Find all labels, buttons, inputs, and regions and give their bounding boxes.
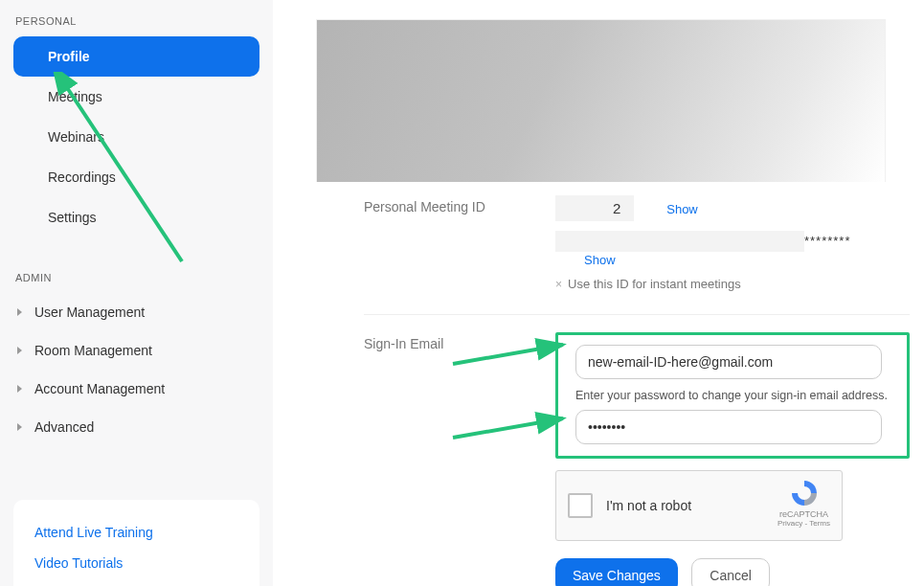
sidebar-item-advanced[interactable]: Advanced xyxy=(0,408,273,446)
sidebar-item-webinars[interactable]: Webinars xyxy=(13,117,259,157)
pmi-asterisks: ******** xyxy=(804,234,850,248)
sidebar-item-settings[interactable]: Settings xyxy=(13,197,259,237)
sidebar-item-account-management[interactable]: Account Management xyxy=(0,370,273,408)
sidebar-heading-admin: ADMIN xyxy=(0,266,273,293)
profile-banner xyxy=(316,19,886,182)
sidebar-item-meetings[interactable]: Meetings xyxy=(13,77,259,117)
content-area: Personal Meeting ID 2 Show ******** Show… xyxy=(273,0,924,586)
text-use-id-instant: Use this ID for instant meetings xyxy=(568,277,741,291)
cancel-button[interactable]: Cancel xyxy=(691,558,770,586)
row-personal-meeting-id: Personal Meeting ID 2 Show ******** Show… xyxy=(316,182,910,297)
link-show-pmi-url[interactable]: Show xyxy=(584,253,616,267)
recaptcha-label: I'm not a robot xyxy=(606,498,691,513)
x-icon: × xyxy=(555,278,562,291)
sidebar: PERSONAL Profile Meetings Webinars Recor… xyxy=(0,0,273,586)
link-video-tutorials[interactable]: Video Tutorials xyxy=(34,548,238,578)
hint-password: Enter your password to change your sign-… xyxy=(575,389,890,402)
link-attend-live-training[interactable]: Attend Live Training xyxy=(34,517,238,548)
sidebar-item-user-management[interactable]: User Management xyxy=(0,293,273,331)
label-personal-meeting-id: Personal Meeting ID xyxy=(364,195,555,214)
recaptcha-terms: Privacy - Terms xyxy=(778,519,830,528)
form-actions: Save Changes Cancel xyxy=(555,558,910,586)
sidebar-item-room-management[interactable]: Room Management xyxy=(0,331,273,370)
save-button[interactable]: Save Changes xyxy=(555,558,678,586)
recaptcha-brand: reCAPTCHA xyxy=(778,509,830,519)
label-sign-in-email: Sign-In Email xyxy=(364,332,555,459)
row-sign-in-email: Sign-In Email Enter your password to cha… xyxy=(316,315,910,459)
annotation-highlight-box: Enter your password to change your sign-… xyxy=(555,332,910,459)
recaptcha-logo: reCAPTCHA Privacy - Terms xyxy=(778,479,830,528)
sidebar-bottom-card: Attend Live Training Video Tutorials xyxy=(13,500,259,586)
sidebar-item-profile[interactable]: Profile xyxy=(13,36,259,77)
sidebar-item-recordings[interactable]: Recordings xyxy=(13,157,259,197)
link-show-pmi[interactable]: Show xyxy=(666,202,698,216)
email-input[interactable] xyxy=(575,345,882,379)
password-input[interactable] xyxy=(575,410,882,444)
recaptcha-checkbox[interactable] xyxy=(568,493,593,518)
pmi-masked-value: 2 xyxy=(555,195,634,221)
recaptcha-icon xyxy=(790,479,819,507)
sidebar-heading-personal: PERSONAL xyxy=(0,10,273,36)
pmi-masked-url xyxy=(555,231,804,252)
recaptcha-widget: I'm not a robot reCAPTCHA Privacy - Term… xyxy=(555,470,843,541)
